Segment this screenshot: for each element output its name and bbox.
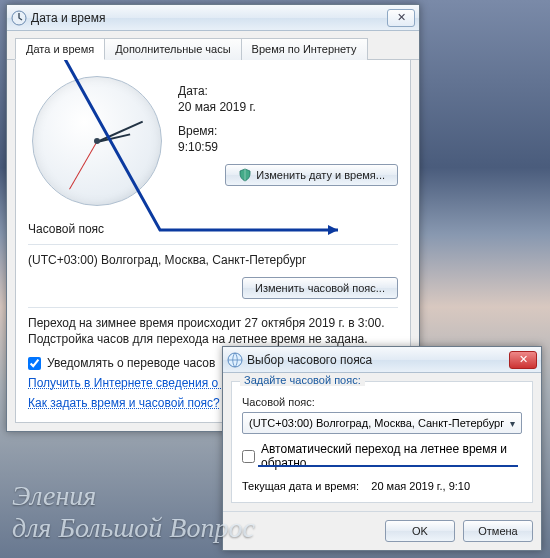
date-label: Дата:	[178, 84, 398, 98]
titlebar-date-time[interactable]: Дата и время ✕	[7, 5, 419, 31]
timezone-select[interactable]: (UTC+03:00) Волгоград, Москва, Санкт-Пет…	[242, 412, 522, 434]
dst-info-line2: Подстройка часов для перехода на летнее …	[28, 332, 398, 346]
notify-checkbox[interactable]	[28, 357, 41, 370]
change-timezone-label: Изменить часовой пояс...	[255, 282, 385, 294]
tab-date-time[interactable]: Дата и время	[15, 38, 105, 60]
dst-info-line1: Переход на зимнее время происходит 27 ок…	[28, 316, 398, 330]
cancel-button[interactable]: Отмена	[463, 520, 533, 542]
window-title-tz: Выбор часового пояса	[247, 353, 507, 367]
tabstrip: Дата и время Дополнительные часы Время п…	[7, 31, 419, 60]
close-button-tz[interactable]: ✕	[509, 351, 537, 369]
timezone-heading: Часовой пояс	[28, 222, 398, 236]
tz-field-label: Часовой пояс:	[242, 396, 522, 408]
watermark-text: Эления для Большой Вопрос	[12, 480, 255, 544]
timezone-value: (UTC+03:00) Волгоград, Москва, Санкт-Пет…	[28, 253, 398, 267]
change-date-time-label: Изменить дату и время...	[256, 169, 385, 181]
notify-label: Уведомлять о переводе часов	[47, 356, 215, 370]
watermark-line1: Эления	[12, 480, 255, 512]
auto-dst-checkbox[interactable]	[242, 450, 255, 463]
globe-titlebar-icon	[227, 352, 243, 368]
group-legend: Задайте часовой пояс:	[240, 374, 365, 386]
change-timezone-button[interactable]: Изменить часовой пояс...	[242, 277, 398, 299]
ok-label: OK	[412, 525, 428, 537]
ok-button[interactable]: OK	[385, 520, 455, 542]
date-value: 20 мая 2019 г.	[178, 100, 398, 114]
current-dt-value: 20 мая 2019 г., 9:10	[371, 480, 470, 492]
dialog-buttons: OK Отмена	[223, 511, 541, 550]
timezone-group: Задайте часовой пояс: Часовой пояс: (UTC…	[231, 381, 533, 503]
watermark-line2: для Большой Вопрос	[12, 512, 255, 544]
time-value: 9:10:59	[178, 140, 398, 154]
annotation-underline	[258, 465, 518, 467]
timezone-selected-value: (UTC+03:00) Волгоград, Москва, Санкт-Пет…	[249, 417, 504, 429]
clock-titlebar-icon	[11, 10, 27, 26]
change-date-time-button[interactable]: Изменить дату и время...	[225, 164, 398, 186]
close-button[interactable]: ✕	[387, 9, 415, 27]
tab-internet-time[interactable]: Время по Интернету	[241, 38, 368, 60]
shield-icon	[238, 168, 252, 182]
current-dt-label: Текущая дата и время:	[242, 480, 359, 492]
window-title: Дата и время	[31, 11, 385, 25]
analog-clock	[32, 76, 162, 206]
time-label: Время:	[178, 124, 398, 138]
titlebar-timezone[interactable]: Выбор часового пояса ✕	[223, 347, 541, 373]
cancel-label: Отмена	[478, 525, 517, 537]
tab-additional-clocks[interactable]: Дополнительные часы	[104, 38, 241, 60]
chevron-down-icon: ▾	[510, 418, 515, 429]
